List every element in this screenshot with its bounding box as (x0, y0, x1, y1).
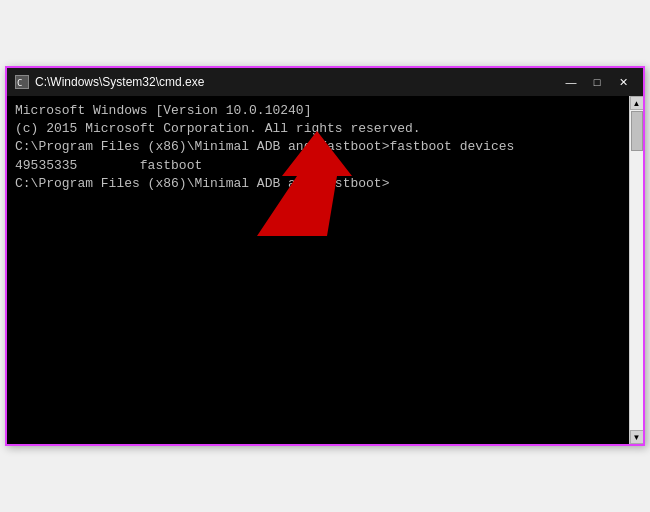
terminal-line: C:\Program Files (x86)\Minimal ADB and F… (15, 175, 621, 193)
svg-text:C: C (17, 78, 22, 88)
terminal-line: Microsoft Windows [Version 10.0.10240] (15, 102, 621, 120)
scrollbar[interactable]: ▲ ▼ (629, 96, 643, 444)
scroll-down-button[interactable]: ▼ (630, 430, 644, 444)
terminal-line: C:\Program Files (x86)\Minimal ADB and F… (15, 138, 621, 156)
cmd-icon: C (15, 75, 29, 89)
cmd-window: C C:\Windows\System32\cmd.exe — □ ✕ Micr… (5, 66, 645, 446)
window-body: Microsoft Windows [Version 10.0.10240](c… (7, 96, 643, 444)
window-title: C:\Windows\System32\cmd.exe (35, 75, 204, 89)
title-bar-left: C C:\Windows\System32\cmd.exe (15, 75, 204, 89)
scroll-thumb[interactable] (631, 111, 643, 151)
terminal-area[interactable]: Microsoft Windows [Version 10.0.10240](c… (7, 96, 629, 444)
scroll-up-button[interactable]: ▲ (630, 96, 644, 110)
terminal-line: 49535335 fastboot (15, 157, 621, 175)
title-bar: C C:\Windows\System32\cmd.exe — □ ✕ (7, 68, 643, 96)
minimize-button[interactable]: — (559, 72, 583, 92)
scroll-track (630, 110, 643, 430)
terminal-line: (c) 2015 Microsoft Corporation. All righ… (15, 120, 621, 138)
title-bar-controls: — □ ✕ (559, 72, 635, 92)
maximize-button[interactable]: □ (585, 72, 609, 92)
close-button[interactable]: ✕ (611, 72, 635, 92)
